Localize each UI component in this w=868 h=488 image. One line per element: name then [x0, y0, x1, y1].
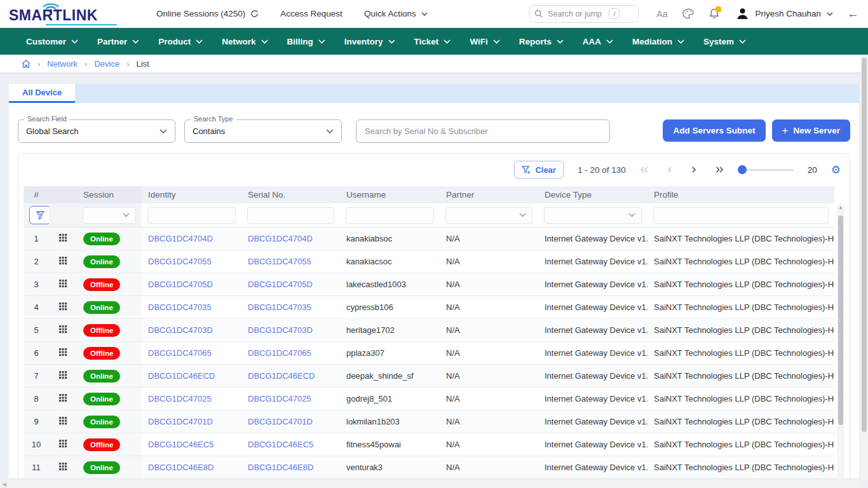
brand-logo[interactable]: SMARTLINK — [9, 0, 123, 28]
identity-link[interactable]: DBCG1DC4704D — [148, 234, 213, 243]
col-header-profile: Profile — [648, 186, 834, 203]
identity-link[interactable]: DBCG1DC46ECD — [148, 371, 215, 381]
last-page-button[interactable] — [715, 166, 724, 173]
nav-item-wifi[interactable]: WiFi — [460, 28, 509, 55]
identity-link[interactable]: DBCG1DC47025 — [148, 394, 212, 403]
filter-input-identity[interactable] — [147, 207, 236, 224]
page-horizontal-scrollbar[interactable]: ◀ — [0, 480, 860, 488]
access-request-link[interactable]: Access Request — [280, 9, 342, 18]
refresh-icon[interactable] — [250, 10, 259, 18]
row-grid-icon[interactable] — [59, 440, 67, 448]
cell-profile: SaiNXT Technologies LLP (DBC Technologie… — [648, 319, 834, 342]
global-search-box[interactable]: / — [529, 5, 639, 23]
home-icon[interactable] — [22, 60, 31, 68]
clear-filters-button[interactable]: Clear — [514, 161, 564, 179]
page-scroll-left-icon[interactable]: ◀ — [0, 481, 6, 487]
identity-link[interactable]: DBCG1DC47055 — [148, 257, 212, 266]
nav-item-ticket[interactable]: Ticket — [405, 28, 461, 55]
cell-device-type: Internet Gateway Device v1.0 — [538, 365, 648, 388]
cell-partner: N/A — [440, 388, 538, 410]
identity-link[interactable]: DBCG1DC47065 — [148, 348, 212, 358]
identity-link[interactable]: DBCG1DC46EC5 — [148, 440, 214, 449]
nav-item-customer[interactable]: Customer — [17, 28, 88, 55]
table-filter-button[interactable] — [29, 206, 51, 224]
vertical-scroll-thumb[interactable] — [838, 215, 843, 425]
table-row: 7 OnlineDBCG1DC46ECDDBCG1DC46ECDdeepak_s… — [24, 365, 834, 388]
filter-input-username[interactable] — [346, 207, 434, 224]
add-servers-subnet-button[interactable]: Add Servers Subnet — [663, 119, 765, 142]
identity-link[interactable]: DBCG1DC46E8D — [148, 463, 214, 472]
row-grid-icon[interactable] — [59, 325, 67, 334]
scroll-up-icon[interactable]: ▲ — [838, 205, 843, 210]
font-size-toggle[interactable]: Aa — [656, 9, 667, 19]
serial-link[interactable]: DBCG1DC47065 — [248, 348, 311, 358]
row-grid-icon[interactable] — [59, 371, 67, 379]
row-grid-icon[interactable] — [59, 417, 67, 425]
slider-thumb[interactable] — [738, 165, 747, 174]
breadcrumb-device[interactable]: Device — [94, 59, 119, 69]
row-grid-icon[interactable] — [59, 257, 67, 265]
col-header-serial: Serial No. — [241, 186, 340, 203]
back-arrow-icon[interactable]: ← — [847, 7, 859, 21]
serial-link[interactable]: DBCG1DC46EC5 — [248, 440, 313, 449]
serial-link[interactable]: DBCG1DC4703D — [248, 325, 313, 335]
page-size-slider[interactable] — [738, 165, 794, 174]
serial-subscriber-search-input[interactable] — [356, 119, 610, 143]
table-vertical-scrollbar[interactable]: ▲ — [837, 203, 844, 478]
nav-item-partner[interactable]: Partner — [88, 28, 149, 55]
nav-item-product[interactable]: Product — [149, 28, 212, 55]
identity-link[interactable]: DBCG1DC4701D — [148, 417, 213, 426]
theme-palette-icon[interactable] — [682, 8, 694, 19]
row-grid-icon[interactable] — [59, 463, 67, 471]
serial-link[interactable]: DBCG1DC47055 — [248, 257, 311, 266]
serial-link[interactable]: DBCG1DC4704D — [248, 234, 313, 243]
filter-input-serial[interactable] — [247, 207, 334, 224]
filter-select-session[interactable] — [83, 207, 136, 224]
row-grid-icon[interactable] — [59, 348, 67, 356]
serial-link[interactable]: DBCG1DC4705D — [248, 280, 313, 289]
nav-item-network[interactable]: Network — [212, 28, 277, 55]
filter-select-partner[interactable] — [445, 207, 532, 224]
serial-link[interactable]: DBCG1DC47025 — [248, 394, 311, 403]
row-grid-icon[interactable] — [59, 394, 67, 402]
first-page-button[interactable] — [640, 166, 648, 173]
session-status-badge: Offline — [83, 324, 120, 337]
row-grid-icon[interactable] — [59, 234, 67, 242]
online-sessions-link[interactable]: Online Sessions (4250) — [156, 9, 259, 18]
identity-link[interactable]: DBCG1DC4705D — [148, 280, 213, 289]
serial-link[interactable]: DBCG1DC4701D — [248, 417, 313, 426]
user-menu[interactable]: Priyesh Chauhan — [736, 7, 833, 20]
filter-select-device_type[interactable] — [544, 207, 642, 224]
nav-item-mediation[interactable]: Mediation — [623, 28, 694, 55]
tab-all-device[interactable]: All Device — [9, 84, 75, 103]
next-page-button[interactable] — [691, 166, 696, 173]
identity-link[interactable]: DBCG1DC4703D — [148, 325, 213, 335]
cell-username: heritage1702 — [340, 319, 440, 342]
nav-item-aaa[interactable]: AAA — [573, 28, 623, 55]
nav-item-reports[interactable]: Reports — [510, 28, 573, 55]
search-type-select[interactable]: Search Type Contains — [184, 119, 342, 143]
notifications-bell-icon[interactable] — [709, 8, 719, 19]
row-grid-icon[interactable] — [59, 302, 67, 311]
serial-link[interactable]: DBCG1DC46ECD — [248, 371, 315, 381]
nav-item-system[interactable]: System — [694, 28, 756, 55]
quick-actions-menu[interactable]: Quick Actions — [364, 9, 428, 18]
page-vertical-scrollbar[interactable] — [860, 55, 868, 480]
search-field-select[interactable]: Search Field Global Search — [18, 119, 175, 143]
row-grid-icon[interactable] — [59, 280, 67, 288]
page-vertical-thumb[interactable] — [862, 58, 867, 432]
identity-link[interactable]: DBCG1DC47035 — [148, 302, 212, 312]
search-input[interactable] — [546, 9, 605, 19]
serial-link[interactable]: DBCG1DC46E8D — [248, 463, 313, 472]
previous-page-button[interactable] — [667, 166, 672, 173]
gear-icon[interactable]: ⚙ — [831, 165, 841, 175]
nav-item-inventory[interactable]: Inventory — [335, 28, 405, 55]
breadcrumb-list: List — [136, 59, 149, 69]
breadcrumb-network[interactable]: Network — [47, 59, 78, 69]
nav-item-billing[interactable]: Billing — [278, 28, 335, 55]
filter-input-profile[interactable] — [653, 207, 829, 224]
serial-link[interactable]: DBCG1DC47035 — [248, 302, 311, 312]
device-table-body: 1 OnlineDBCG1DC4704DDBCG1DC4704Dkanakiab… — [24, 227, 834, 478]
cell-partner: N/A — [440, 319, 538, 342]
new-server-button[interactable]: + New Server — [772, 119, 850, 142]
